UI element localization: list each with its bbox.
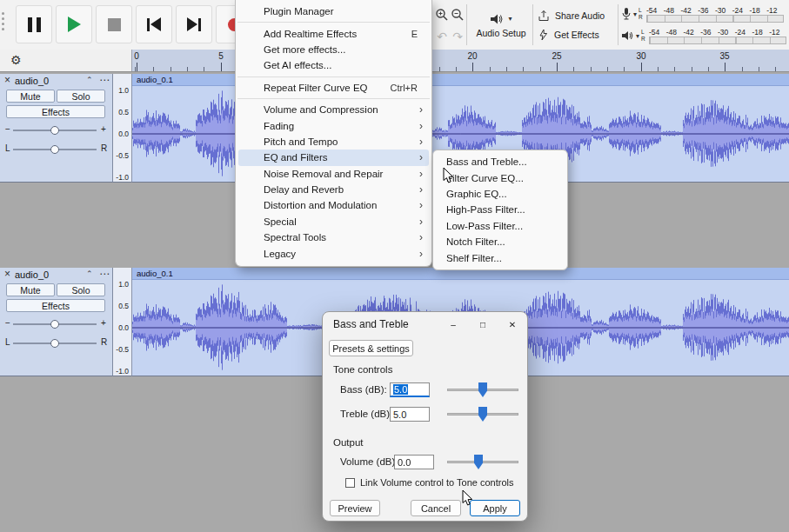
menu-item-fading[interactable]: Fading› bbox=[238, 117, 429, 133]
preview-button[interactable]: Preview bbox=[330, 500, 380, 516]
submenu-chevron-icon: › bbox=[419, 168, 423, 180]
mouse-cursor bbox=[443, 167, 454, 184]
clip-title-bar[interactable]: audio_0.1 bbox=[132, 74, 789, 86]
audio-setup-button[interactable]: ▾ Audio Setup bbox=[470, 4, 532, 46]
zoom-out-button[interactable] bbox=[450, 7, 465, 23]
track-close-icon[interactable]: × bbox=[4, 74, 10, 86]
gain-slider-knob[interactable] bbox=[50, 126, 59, 135]
volume-slider[interactable] bbox=[447, 461, 518, 463]
menu-item-noise-removal-and-repair[interactable]: Noise Removal and Repair› bbox=[238, 166, 429, 182]
menu-item-distortion-and-modulation[interactable]: Distortion and Modulation› bbox=[238, 197, 429, 213]
time-ruler[interactable]: 0 5 20 25 30 35 bbox=[132, 50, 789, 71]
share-audio-icon bbox=[538, 10, 550, 22]
pan-slider-knob[interactable] bbox=[50, 339, 59, 348]
gain-slider-knob[interactable] bbox=[50, 320, 59, 329]
share-audio-button[interactable]: Share Audio bbox=[538, 8, 605, 23]
minimize-button[interactable]: – bbox=[438, 312, 468, 336]
menu-item-get-more-effects[interactable]: Get more effects... bbox=[238, 42, 429, 57]
menu-item-eq-and-filters[interactable]: EQ and Filters› bbox=[238, 150, 429, 165]
play-button[interactable] bbox=[56, 5, 92, 43]
pan-slider-knob[interactable] bbox=[50, 145, 59, 154]
treble-slider-thumb[interactable] bbox=[478, 407, 487, 422]
redo-button[interactable]: ↷ bbox=[450, 29, 465, 44]
dialog-titlebar[interactable]: Bass and Treble – □ ✕ bbox=[323, 312, 527, 336]
stop-button[interactable] bbox=[96, 5, 132, 43]
presets-settings-button[interactable]: Presets & settings bbox=[329, 340, 413, 356]
menu-item-special[interactable]: Special› bbox=[238, 214, 429, 229]
speaker-icon bbox=[490, 13, 505, 25]
volume-input[interactable]: 0.0 bbox=[394, 455, 434, 469]
menu-item-notch-filter[interactable]: Notch Filter... bbox=[436, 234, 565, 249]
menu-item-add-realtime-effects[interactable]: Add Realtime EffectsE bbox=[238, 25, 429, 41]
dialog-title: Bass and Treble bbox=[323, 318, 438, 330]
menu-item-spectral-tools[interactable]: Spectral Tools› bbox=[238, 229, 429, 245]
skip-to-start-button[interactable] bbox=[136, 5, 172, 43]
vertical-scale-ruler[interactable]: 1.0 0.5 0.0 -0.5 -1.0 bbox=[113, 268, 132, 376]
effects-menu: Plugin Manager Add Realtime EffectsE Get… bbox=[235, 0, 432, 267]
skip-to-end-icon bbox=[187, 17, 201, 31]
menu-item-repeat-filter-curve-eq[interactable]: Repeat Filter Curve EQCtrl+R bbox=[238, 80, 429, 96]
bass-slider-thumb[interactable] bbox=[478, 382, 487, 397]
track-name[interactable]: audio_0 bbox=[15, 76, 49, 86]
zoom-in-button[interactable] bbox=[434, 7, 450, 23]
playback-meter[interactable]: ▾ LR -54-48-42-36-30-24-18-12 bbox=[621, 26, 788, 45]
toolbar-separator bbox=[618, 4, 618, 45]
menu-item-pitch-and-tempo[interactable]: Pitch and Tempo› bbox=[238, 134, 429, 150]
track-collapse-icon[interactable]: ⌃ bbox=[86, 269, 93, 278]
treble-input[interactable]: 5.0 bbox=[390, 407, 430, 422]
apply-button[interactable]: Apply bbox=[470, 500, 520, 516]
menu-item-delay-and-reverb[interactable]: Delay and Reverb› bbox=[238, 182, 429, 197]
maximize-button[interactable]: □ bbox=[468, 312, 498, 336]
effects-button[interactable]: Effects bbox=[6, 105, 105, 118]
menu-item-shelf-filter[interactable]: Shelf Filter... bbox=[436, 249, 565, 265]
menu-separator bbox=[237, 22, 430, 23]
track-menu-icon[interactable]: ⋯ bbox=[99, 268, 110, 280]
ruler-tick-label: 25 bbox=[552, 51, 561, 61]
skip-to-end-button[interactable] bbox=[176, 5, 212, 43]
menu-item-filter-curve-eq[interactable]: Filter Curve EQ... bbox=[436, 170, 565, 185]
track-collapse-icon[interactable]: ⌃ bbox=[86, 76, 93, 84]
get-effects-button[interactable]: Get Effects bbox=[538, 27, 599, 43]
tone-controls-group-label: Tone controls bbox=[333, 364, 392, 375]
audio-setup-label: Audio Setup bbox=[476, 28, 525, 38]
solo-button[interactable]: Solo bbox=[57, 90, 105, 103]
menu-item-bass-and-treble[interactable]: Bass and Treble... bbox=[436, 154, 565, 170]
track-menu-icon[interactable]: ⋯ bbox=[99, 74, 110, 86]
scale-label: -1.0 bbox=[116, 173, 129, 182]
gear-icon[interactable]: ⚙ bbox=[10, 53, 22, 67]
pause-button[interactable] bbox=[16, 5, 52, 43]
solo-button[interactable]: Solo bbox=[57, 283, 105, 296]
pan-left-label: L bbox=[5, 143, 10, 153]
playback-meter-scale: -54-48-42-36-30-24-18-12 bbox=[649, 28, 786, 44]
menu-item-get-ai-effects[interactable]: Get AI effects... bbox=[238, 57, 429, 73]
link-volume-checkbox[interactable] bbox=[345, 478, 355, 488]
menu-item-high-pass-filter[interactable]: High-Pass Filter... bbox=[436, 202, 565, 217]
toolbar-separator bbox=[466, 4, 467, 45]
close-button[interactable]: ✕ bbox=[498, 312, 527, 336]
undo-button[interactable]: ↶ bbox=[434, 29, 450, 44]
menu-item-low-pass-filter[interactable]: Low-Pass Filter... bbox=[436, 218, 565, 234]
volume-slider-thumb[interactable] bbox=[474, 455, 483, 469]
bass-label: Bass (dB): bbox=[340, 384, 387, 395]
submenu-chevron-icon: › bbox=[419, 120, 423, 132]
menu-item-volume-and-compression[interactable]: Volume and Compression› bbox=[238, 102, 429, 117]
toolbar-grip[interactable] bbox=[2, 12, 4, 30]
submenu-chevron-icon: › bbox=[419, 231, 423, 243]
mute-button[interactable]: Mute bbox=[6, 90, 55, 103]
zoom-out-icon bbox=[451, 8, 465, 22]
ruler-tick-label: 20 bbox=[467, 51, 477, 61]
recording-meter[interactable]: ▾ LR -54-48-42-36-30-24-18-12 bbox=[621, 4, 788, 23]
vertical-scale-ruler[interactable]: 1.0 0.5 0.0 -0.5 -1.0 bbox=[113, 74, 132, 183]
track-name[interactable]: audio_0 bbox=[15, 269, 49, 280]
scale-label: 1.0 bbox=[118, 280, 129, 289]
effects-button[interactable]: Effects bbox=[6, 299, 105, 312]
track-close-icon[interactable]: × bbox=[4, 268, 10, 280]
menu-item-graphic-eq[interactable]: Graphic EQ... bbox=[436, 186, 565, 202]
menu-item-plugin-manager[interactable]: Plugin Manager bbox=[238, 3, 429, 19]
bass-input[interactable]: 5.0 bbox=[390, 382, 430, 397]
submenu-chevron-icon: › bbox=[419, 183, 423, 196]
output-group-label: Output bbox=[333, 437, 364, 448]
cancel-button[interactable]: Cancel bbox=[411, 500, 461, 516]
menu-item-legacy[interactable]: Legacy› bbox=[238, 245, 429, 261]
mute-button[interactable]: Mute bbox=[6, 283, 55, 296]
